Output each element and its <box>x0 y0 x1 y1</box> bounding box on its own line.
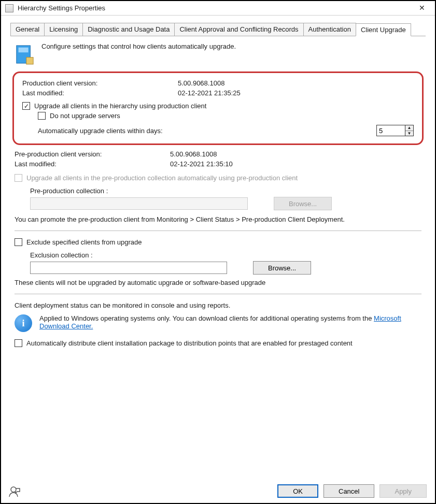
prod-modified-label: Last modified: <box>22 89 178 97</box>
preprod-promote-text: You can promote the pre-production clien… <box>15 215 421 223</box>
ok-button[interactable]: OK <box>277 484 318 498</box>
title-bar: Hierarchy Settings Properties ✕ <box>1 1 435 16</box>
feedback-icon[interactable] <box>8 485 21 498</box>
preprod-upgrade-checkbox <box>15 174 22 182</box>
prod-version-value: 5.00.9068.1008 <box>178 79 224 87</box>
package-icon <box>15 42 34 66</box>
prod-modified-value: 02-12-2021 21:35:25 <box>178 89 241 97</box>
days-input[interactable] <box>377 125 405 136</box>
tab-strip: General Licensing Diagnostic and Usage D… <box>10 23 426 36</box>
no-upgrade-servers-checkbox[interactable] <box>38 112 46 120</box>
preprod-upgrade-label: Upgrade all clients in the pre-productio… <box>26 174 298 182</box>
separator-2 <box>15 294 421 294</box>
upgrade-all-checkbox[interactable] <box>22 102 30 110</box>
exclusion-collection-label: Exclusion collection : <box>30 251 421 259</box>
tab-client-approval[interactable]: Client Approval and Conflicting Records <box>174 23 303 36</box>
exclude-note: These clients will not be upgraded by au… <box>15 279 421 286</box>
deploy-info-block: Applied to Windows operating systems onl… <box>39 314 421 330</box>
days-down-arrow[interactable]: ▼ <box>405 131 413 136</box>
no-upgrade-servers-label: Do not upgrade servers <box>50 112 120 120</box>
svg-rect-2 <box>26 57 33 64</box>
days-label: Automatically upgrade clients within day… <box>38 127 163 135</box>
exclusion-collection-input[interactable] <box>30 262 227 274</box>
cancel-button[interactable]: Cancel <box>324 484 374 498</box>
exclude-checkbox[interactable] <box>15 238 22 246</box>
tab-client-upgrade[interactable]: Client Upgrade <box>356 23 411 36</box>
auto-distribute-checkbox[interactable] <box>15 339 22 347</box>
upgrade-all-label: Upgrade all clients in the hierarchy usi… <box>34 102 206 110</box>
apply-button: Apply <box>379 484 427 498</box>
preprod-modified-label: Last modified: <box>15 160 170 168</box>
preprod-version-label: Pre-production client version: <box>15 150 170 158</box>
preprod-collection-label: Pre-production collection : <box>30 187 421 195</box>
preprod-version-value: 5.00.9068.1008 <box>170 150 217 158</box>
deploy-status-text: Client deployment status can be monitore… <box>15 301 421 309</box>
preprod-browse-button: Browse... <box>274 197 332 210</box>
dialog-buttons: OK Cancel Apply <box>277 484 427 498</box>
separator-1 <box>15 231 421 231</box>
days-spinner[interactable]: ▲ ▼ <box>376 125 414 136</box>
window-icon <box>5 4 13 12</box>
exclude-label: Exclude specified clients from upgrade <box>26 238 142 246</box>
tab-general[interactable]: General <box>10 23 45 36</box>
info-icon: i <box>15 314 32 332</box>
prod-version-label: Production client version: <box>22 79 178 87</box>
window-title: Hierarchy Settings Properties <box>18 4 413 12</box>
production-highlight: Production client version: 5.00.9068.100… <box>12 71 424 145</box>
preprod-collection-input <box>30 197 248 210</box>
auto-distribute-label: Automatically distribute client installa… <box>26 339 353 347</box>
tab-licensing[interactable]: Licensing <box>44 23 83 36</box>
svg-rect-1 <box>19 48 29 53</box>
deploy-info-text: Applied to Windows operating systems onl… <box>39 314 374 322</box>
preprod-modified-value: 02-12-2021 21:35:10 <box>170 160 233 168</box>
intro-text: Configure settings that control how clie… <box>41 42 236 50</box>
days-up-arrow[interactable]: ▲ <box>405 125 413 131</box>
svg-point-3 <box>11 487 16 492</box>
close-button[interactable]: ✕ <box>413 3 431 13</box>
exclusion-browse-button[interactable]: Browse... <box>253 261 311 275</box>
tab-authentication[interactable]: Authentication <box>303 23 356 36</box>
tab-diagnostic[interactable]: Diagnostic and Usage Data <box>82 23 175 36</box>
